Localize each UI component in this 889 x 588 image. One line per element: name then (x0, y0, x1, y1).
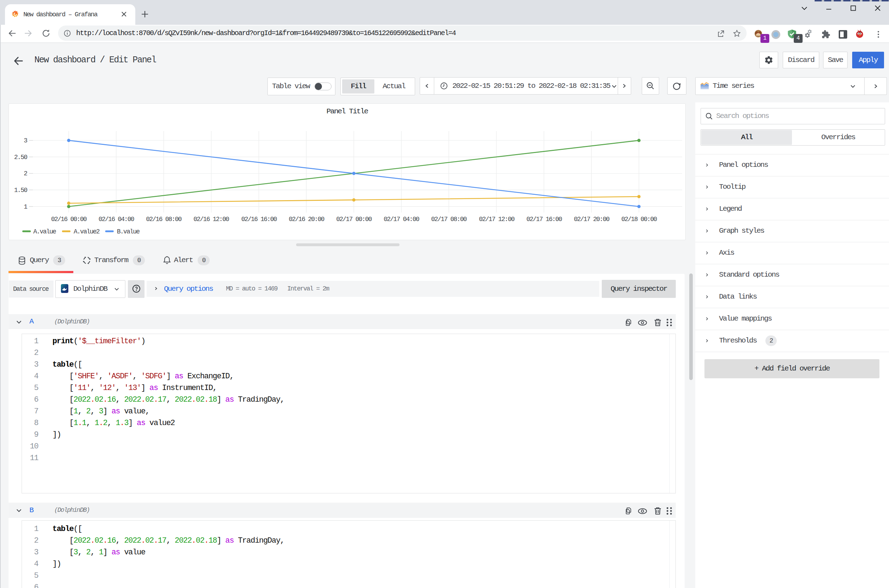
svg-text:02/16 08:00: 02/16 08:00 (146, 216, 182, 223)
svg-text:02/17 20:00: 02/17 20:00 (574, 216, 610, 223)
svg-text:2.50: 2.50 (14, 154, 27, 161)
svg-text:02/17 04:00: 02/17 04:00 (384, 216, 419, 223)
svg-text:3: 3 (24, 137, 27, 144)
svg-text:02/17 16:00: 02/17 16:00 (526, 216, 562, 223)
svg-text:02/16 16:00: 02/16 16:00 (241, 216, 277, 223)
svg-text:1: 1 (24, 203, 27, 210)
svg-text:02/16 04:00: 02/16 04:00 (99, 216, 134, 223)
svg-text:02/16 12:00: 02/16 12:00 (193, 216, 229, 223)
svg-text:02/17 08:00: 02/17 08:00 (431, 216, 467, 223)
svg-text:A.value: A.value (33, 228, 56, 235)
svg-text:02/16 20:00: 02/16 20:00 (289, 216, 324, 223)
svg-text:1.50: 1.50 (14, 187, 27, 194)
svg-text:02/17 00:00: 02/17 00:00 (336, 216, 372, 223)
svg-text:B.value: B.value (117, 228, 139, 235)
svg-text:02/16 00:00: 02/16 00:00 (51, 216, 87, 223)
svg-text:02/18 00:00: 02/18 00:00 (621, 216, 657, 223)
svg-text:A.value2: A.value2 (73, 228, 99, 235)
svg-text:2: 2 (24, 170, 27, 177)
svg-text:02/17 12:00: 02/17 12:00 (479, 216, 515, 223)
